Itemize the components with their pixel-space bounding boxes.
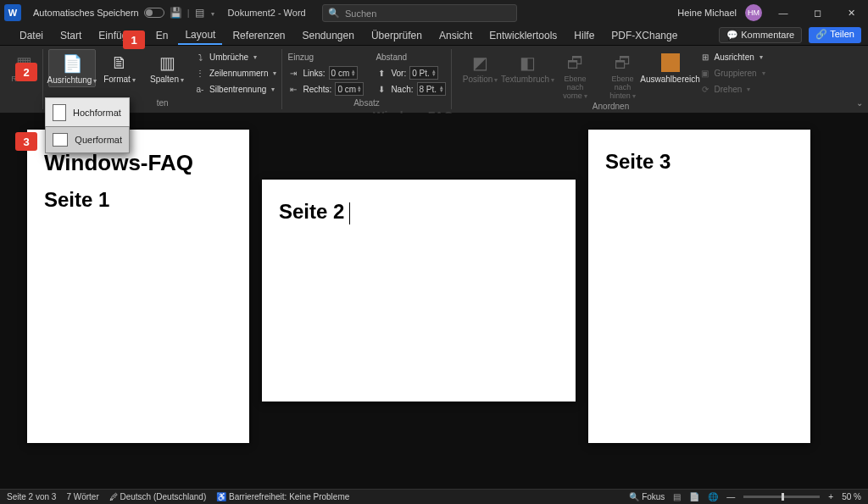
status-language[interactable]: 🖉 Deutsch (Deutschland) <box>109 492 207 501</box>
size-icon: 🗎 <box>111 51 128 75</box>
status-bar: Seite 2 von 3 7 Wörter 🖉 Deutsch (Deutsc… <box>0 489 868 504</box>
callout-1: 1 <box>123 30 145 49</box>
bring-forward-icon: 🗗 <box>567 51 584 75</box>
search-box[interactable]: 🔍 Suchen <box>322 4 517 22</box>
spacing-after-row: ⬇ Nach: 8 Pt.▴▾ <box>376 81 445 97</box>
focus-mode-button[interactable]: 🔍 Fokus <box>629 492 665 501</box>
orientation-portrait[interactable]: Hochformat <box>46 98 129 127</box>
customize-qat-icon[interactable]: ▤ <box>195 7 204 19</box>
tab-start[interactable]: Start <box>53 27 88 44</box>
indent-right-input[interactable]: 0 cm▴▾ <box>335 82 364 96</box>
zoom-in-button[interactable]: + <box>828 492 833 501</box>
spacing-before-input[interactable]: 0 Pt.▴▾ <box>409 66 438 80</box>
bring-forward-button[interactable]: 🗗Ebene nach vorne <box>552 49 599 102</box>
comments-button[interactable]: 💬Kommentare <box>719 27 802 43</box>
selection-pane-button[interactable]: Auswahlbereich <box>647 49 694 86</box>
hyphenation-button[interactable]: a-Silbentrennung <box>194 81 276 97</box>
align-button[interactable]: ⊞Ausrichten <box>699 49 765 64</box>
tab-hilfe[interactable]: Hilfe <box>567 27 601 44</box>
indent-left-icon: ⇥ <box>287 69 299 78</box>
callout-2: 2 <box>15 63 37 81</box>
zoom-level[interactable]: 50 % <box>842 492 861 501</box>
page-1-text: Seite 1 <box>44 188 232 212</box>
line-numbers-button[interactable]: ⋮Zeilennummern <box>194 65 276 80</box>
indent-right-icon: ⇤ <box>287 85 299 94</box>
line-numbers-icon: ⋮ <box>194 69 206 78</box>
save-icon[interactable]: 💾 <box>170 7 182 19</box>
share-button[interactable]: 🔗Teilen <box>809 27 861 43</box>
spacing-before-icon: ⬆ <box>376 69 387 78</box>
indent-left-row: ⇥ Links: 0 cm▴▾ <box>287 65 364 80</box>
hyphenation-icon: a- <box>194 85 206 94</box>
orientation-icon: 📄 <box>62 52 83 75</box>
indent-right-row: ⇤ Rechts: 0 cm▴▾ <box>287 81 364 97</box>
status-page[interactable]: Seite 2 von 3 <box>7 492 56 501</box>
page-2-text: Seite 2 <box>279 200 559 224</box>
callout-3: 3 <box>15 132 37 151</box>
spacing-after-input[interactable]: 8 Pt.▴▾ <box>417 82 446 96</box>
maximize-button[interactable]: ◻ <box>804 8 830 19</box>
page-1[interactable]: Windows-FAQ Seite 1 <box>27 130 249 443</box>
arrange-group-label: Anordnen <box>457 102 765 111</box>
view-read-mode[interactable]: ▤ <box>673 492 681 501</box>
view-print-layout[interactable]: 📄 <box>689 492 699 501</box>
send-backward-button[interactable]: 🗗Ebene nach hinten <box>599 49 647 102</box>
landscape-icon <box>53 133 68 147</box>
position-icon: ◩ <box>472 51 488 75</box>
spacing-heading: Abstand <box>376 49 445 64</box>
tab-entwicklertools[interactable]: Entwicklertools <box>482 27 564 44</box>
close-button[interactable]: ✕ <box>838 8 864 19</box>
tab-entwurf-hidden[interactable]: En <box>149 27 175 44</box>
indent-left-input[interactable]: 0 cm▴▾ <box>329 66 358 80</box>
indent-heading: Einzug <box>287 49 364 64</box>
text-wrap-icon: ◧ <box>520 51 536 75</box>
group-button[interactable]: ▣Gruppieren <box>699 65 765 80</box>
size-button[interactable]: 🗎 Format <box>96 49 143 86</box>
status-words[interactable]: 7 Wörter <box>66 492 98 501</box>
group-icon: ▣ <box>699 69 711 78</box>
page-3[interactable]: Seite 3 <box>588 130 810 443</box>
user-avatar[interactable]: HM <box>745 4 762 21</box>
tab-layout[interactable]: Layout <box>178 26 222 45</box>
rotate-icon: ⟳ <box>699 85 711 94</box>
user-name: Heine Michael <box>677 8 737 18</box>
title-bar: W Automatisches Speichern 💾 | ▤ Dokument… <box>0 0 868 25</box>
selection-pane-icon <box>661 51 680 75</box>
autosave-label: Automatisches Speichern <box>33 8 139 18</box>
orientation-button[interactable]: 📄 Ausrichtung <box>48 49 96 87</box>
breaks-icon: ⤵ <box>194 53 206 62</box>
word-app-icon: W <box>4 4 21 21</box>
position-button[interactable]: ◩Position <box>457 49 504 86</box>
autosave-toggle[interactable] <box>144 8 164 18</box>
rotate-button[interactable]: ⟳Drehen <box>699 81 765 97</box>
text-cursor <box>349 202 350 224</box>
zoom-slider[interactable] <box>743 496 820 498</box>
tab-ueberpruefen[interactable]: Überprüfen <box>364 27 429 44</box>
tab-referenzen[interactable]: Referenzen <box>225 27 292 44</box>
view-web-layout[interactable]: 🌐 <box>708 492 718 501</box>
breaks-button[interactable]: ⤵Umbrüche <box>194 49 276 64</box>
portrait-icon <box>53 104 66 121</box>
page-1-heading: Windows-FAQ <box>44 150 232 176</box>
ribbon-collapse-button[interactable]: ⌄ <box>856 98 863 108</box>
orientation-dropdown: Hochformat Querformat <box>45 97 130 153</box>
tab-pdfxchange[interactable]: PDF-XChange <box>604 27 684 44</box>
page-3-text: Seite 3 <box>605 150 793 174</box>
minimize-button[interactable]: — <box>771 8 796 18</box>
send-backward-icon: 🗗 <box>615 51 632 75</box>
columns-button[interactable]: ▥ Spalten <box>143 49 191 86</box>
align-icon: ⊞ <box>699 53 711 62</box>
tab-ansicht[interactable]: Ansicht <box>432 27 479 44</box>
status-accessibility[interactable]: ♿ Barrierefreiheit: Keine Probleme <box>216 492 349 501</box>
paragraph-group-label: Absatz <box>287 98 445 108</box>
document-canvas[interactable]: Windows-FAQ Seite 1 Seite 2 Seite 3 <box>0 114 868 489</box>
spacing-after-icon: ⬇ <box>376 85 387 94</box>
search-icon: 🔍 <box>328 8 340 19</box>
tab-sendungen[interactable]: Sendungen <box>296 27 361 44</box>
page-2[interactable]: Seite 2 <box>262 180 576 402</box>
zoom-out-button[interactable]: — <box>726 492 735 501</box>
qat-dropdown-icon[interactable] <box>209 7 214 19</box>
orientation-landscape[interactable]: Querformat <box>45 126 130 153</box>
text-wrap-button[interactable]: ◧Textumbruch <box>504 49 552 86</box>
tab-datei[interactable]: Datei <box>13 27 50 44</box>
